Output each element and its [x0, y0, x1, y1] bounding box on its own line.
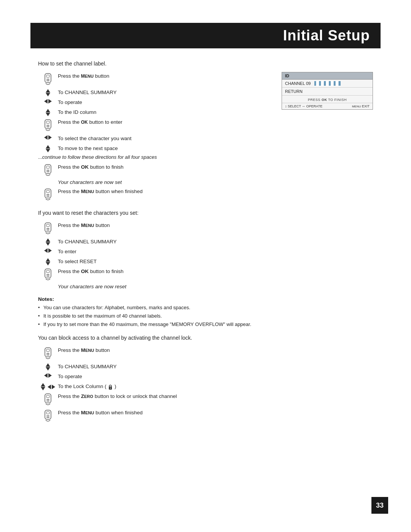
step-select-reset-text: To select RESET — [58, 257, 373, 265]
svg-rect-51 — [46, 412, 49, 414]
svg-rect-13 — [46, 166, 49, 168]
svg-point-29 — [48, 229, 49, 230]
arrows-ud-icon-6 — [38, 363, 58, 371]
svg-point-39 — [48, 353, 49, 354]
step-menu-reset-text: Press the MENU button — [58, 221, 373, 229]
arrows-ud-icon-4 — [38, 238, 58, 246]
lock-icon — [108, 384, 113, 390]
tv-display: ID CHANNEL 09 █ █ █ █ █ RETURN PRESS OK … — [282, 72, 373, 110]
svg-point-47 — [48, 399, 49, 400]
arrow-down-icon-2 — [46, 113, 50, 116]
svg-point-10 — [47, 126, 48, 127]
svg-point-23 — [48, 195, 49, 197]
svg-point-32 — [47, 274, 48, 275]
italic-note-1: Your characters are now set — [58, 179, 270, 185]
step-id-column-text: To the ID column — [58, 108, 270, 116]
step-id-column: To the ID column — [38, 108, 270, 116]
section3-intro: You can block access to a channel by act… — [38, 335, 373, 341]
step-ok-finish-2-text: Press the OK button to finish — [58, 267, 373, 275]
remote-icon-2 — [38, 118, 58, 133]
svg-point-28 — [47, 229, 48, 230]
svg-point-40 — [47, 355, 48, 356]
svg-point-20 — [47, 194, 48, 195]
svg-point-17 — [48, 171, 49, 172]
svg-point-2 — [47, 79, 48, 80]
step-lock-menu-finished: Press the MENU button when finished — [38, 409, 373, 423]
svg-rect-7 — [46, 121, 49, 123]
step-channel-summary-2: To CHANNEL SUMMARY — [38, 238, 373, 246]
tv-channel-row: CHANNEL 09 █ █ █ █ █ — [282, 80, 373, 88]
step-ok-finish: Press the OK button to finish — [38, 163, 270, 177]
svg-point-55 — [48, 417, 49, 418]
tv-channel-highlight: █ █ █ █ █ — [314, 81, 340, 86]
notes-label: Notes: — [38, 296, 373, 302]
arrow-right-icon-2 — [48, 135, 52, 140]
remote-icon-4 — [38, 187, 58, 202]
step-lock-channel-summary: To CHANNEL SUMMARY — [38, 363, 373, 371]
svg-point-11 — [48, 126, 49, 127]
tv-footer-text: PRESS OK TO FINISH — [308, 98, 347, 102]
arrow-down-icon-7 — [41, 387, 45, 390]
arrow-left-icon-5 — [48, 385, 51, 389]
arrows-combo-icon — [38, 382, 58, 390]
step-zero-lock-text: Press the ZERO button to lock or unlock … — [58, 392, 373, 400]
svg-point-38 — [47, 353, 48, 354]
svg-point-26 — [47, 228, 48, 229]
svg-point-3 — [48, 79, 49, 80]
step-lock-column-text: To the Lock Column ( ) — [58, 382, 373, 390]
svg-point-52 — [47, 415, 48, 417]
arrow-up-icon-3 — [46, 145, 50, 149]
arrow-left-icon-2 — [44, 135, 48, 140]
page-title: Initial Setup — [46, 27, 370, 44]
tv-return-row: RETURN — [282, 88, 373, 96]
arrow-up-icon-5 — [46, 258, 50, 262]
step-ok-enter: Press the OK button to enter — [38, 118, 270, 133]
arrow-down-icon-3 — [46, 149, 50, 152]
italic-note-2: Your characters are now reset — [58, 284, 373, 289]
instructions-left: Press the MENU button To CHANNEL SUMMARY — [38, 72, 270, 204]
step-enter-2-text: To enter — [58, 248, 373, 256]
arrows-lr-icon — [38, 98, 58, 104]
arrows-ud-icon-5 — [38, 257, 58, 265]
page-number: 33 — [371, 497, 388, 514]
remote-icon-3 — [38, 163, 58, 177]
tv-channel-label: CHANNEL 09 — [285, 81, 311, 86]
arrows-ud-icon-2 — [38, 108, 58, 116]
step-select-char: To select the character you want — [38, 134, 270, 142]
svg-point-46 — [47, 399, 48, 400]
remote-icon — [38, 72, 58, 86]
svg-point-49 — [48, 401, 49, 402]
step-next-space-text: To move to the next space — [58, 144, 270, 152]
remote-icon-6 — [38, 267, 58, 282]
arrows-ud-icon-3 — [38, 144, 58, 152]
svg-point-5 — [48, 80, 49, 81]
step-operate-1: To operate — [38, 98, 270, 106]
remote-icon-7 — [38, 346, 58, 361]
arrow-left-icon-4 — [44, 373, 48, 378]
svg-point-16 — [47, 171, 48, 172]
svg-point-15 — [48, 169, 49, 171]
svg-rect-1 — [46, 75, 49, 77]
svg-point-22 — [47, 195, 48, 197]
arrow-up-icon-6 — [46, 363, 50, 367]
step-ok-enter-text: Press the OK button to enter — [58, 118, 270, 126]
svg-point-14 — [47, 169, 48, 171]
step-operate-1-text: To operate — [58, 98, 270, 106]
svg-rect-45 — [46, 395, 49, 398]
svg-rect-31 — [46, 270, 49, 273]
step-lock-menu: Press the MENU button — [38, 346, 373, 361]
step-press-menu-text: Press the MENU button — [58, 72, 270, 80]
tv-screen-mockup: ID CHANNEL 09 █ █ █ █ █ RETURN PRESS OK … — [282, 72, 373, 204]
step-menu-finished-1-text: Press the MENU button when finished — [58, 187, 270, 195]
svg-point-48 — [47, 401, 48, 402]
arrows-lr-icon-4 — [38, 372, 58, 378]
svg-point-43 — [110, 387, 111, 388]
notes-list: You can use characters for: Alphabet, nu… — [38, 304, 373, 328]
arrows-lr-icon-3 — [38, 248, 58, 253]
step-select-reset: To select RESET — [38, 257, 373, 265]
arrow-up-icon-2 — [46, 109, 50, 112]
step-menu-finished-1: Press the MENU button when finished — [38, 187, 270, 202]
svg-rect-25 — [46, 224, 49, 227]
arrow-down-icon-6 — [46, 367, 50, 371]
note-item-3: If you try to set more than the 40 maxim… — [38, 321, 373, 328]
